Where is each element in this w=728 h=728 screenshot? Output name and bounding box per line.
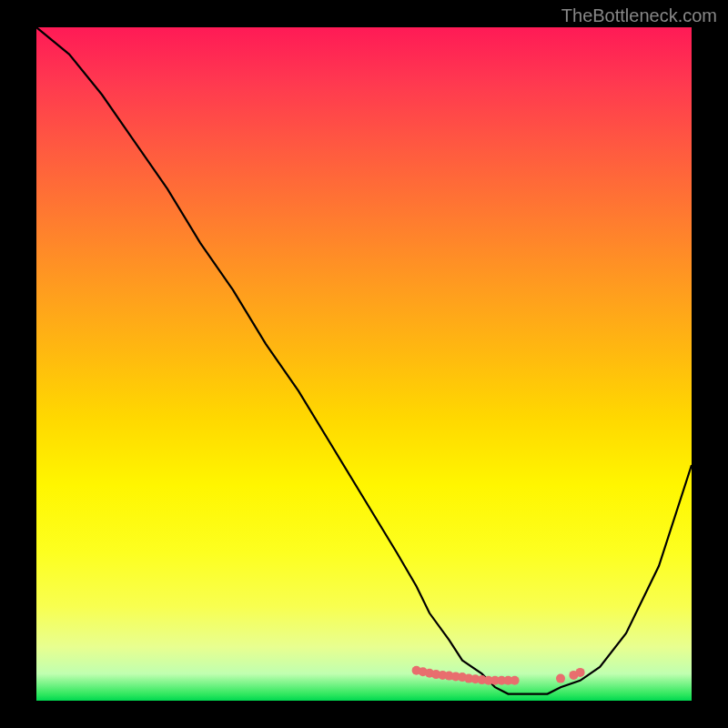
chart-container: TheBottleneck.com <box>0 0 728 728</box>
highlight-dot <box>556 674 565 683</box>
bottleneck-curve-line <box>36 27 692 694</box>
curve-svg <box>36 27 692 701</box>
plot-area <box>36 27 692 701</box>
highlight-dot <box>576 668 585 677</box>
watermark-text: TheBottleneck.com <box>561 5 717 26</box>
highlight-dots-group <box>412 666 585 685</box>
highlight-dot <box>511 676 520 685</box>
